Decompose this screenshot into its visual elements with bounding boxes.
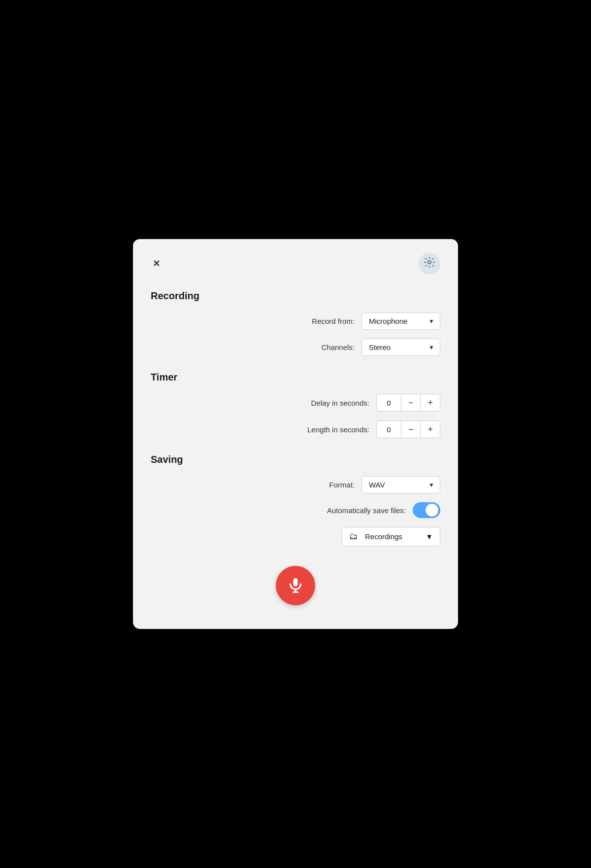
recording-title: Recording (151, 290, 440, 302)
folder-name: Recordings (362, 532, 422, 541)
saving-section: Saving Format: WAV MP3 FLAC OGG ▼ Automa… (151, 454, 440, 546)
auto-save-toggle[interactable] (413, 502, 440, 518)
length-label: Length in seconds: (307, 425, 369, 434)
delay-label: Delay in seconds: (311, 399, 369, 407)
timer-title: Timer (151, 372, 440, 383)
svg-rect-1 (294, 578, 298, 587)
folder-row: 🗂 Recordings ▼ (151, 527, 440, 546)
length-decrement-button[interactable]: − (401, 421, 421, 438)
channels-dropdown-wrapper: Stereo Mono ▼ (361, 339, 440, 356)
length-row: Length in seconds: 0 − + (151, 420, 440, 438)
length-increment-button[interactable]: + (421, 421, 440, 438)
app-window: ✕ Recording Record from: Microphone Syst… (133, 239, 458, 629)
length-value: 0 (377, 421, 401, 438)
record-from-row: Record from: Microphone System Audio Bot… (151, 312, 440, 330)
channels-row: Channels: Stereo Mono ▼ (151, 339, 440, 356)
auto-save-label: Automatically save files: (327, 506, 406, 515)
top-bar: ✕ (151, 253, 440, 275)
record-button[interactable] (276, 566, 315, 605)
recording-section: Recording Record from: Microphone System… (151, 290, 440, 356)
record-from-dropdown-wrapper: Microphone System Audio Both ▼ (361, 312, 440, 330)
delay-decrement-button[interactable]: − (401, 394, 421, 411)
format-row: Format: WAV MP3 FLAC OGG ▼ (151, 476, 440, 493)
auto-save-row: Automatically save files: (151, 502, 440, 518)
channels-select[interactable]: Stereo Mono (361, 339, 440, 356)
timer-section: Timer Delay in seconds: 0 − + Length in … (151, 372, 440, 438)
length-stepper: 0 − + (376, 420, 440, 438)
format-dropdown-wrapper: WAV MP3 FLAC OGG ▼ (361, 476, 440, 493)
delay-stepper: 0 − + (376, 394, 440, 412)
delay-value: 0 (377, 395, 401, 411)
toggle-slider (413, 502, 440, 518)
delay-increment-button[interactable]: + (421, 394, 440, 411)
settings-button[interactable] (419, 253, 440, 275)
format-select[interactable]: WAV MP3 FLAC OGG (361, 476, 440, 493)
close-button[interactable]: ✕ (151, 257, 162, 270)
folder-chevron-icon: ▼ (426, 532, 433, 541)
format-label: Format: (329, 481, 355, 489)
saving-title: Saving (151, 454, 440, 465)
folder-icon: 🗂 (349, 531, 358, 542)
microphone-icon (287, 577, 304, 594)
record-button-container (151, 566, 440, 605)
folder-dropdown[interactable]: 🗂 Recordings ▼ (342, 527, 440, 546)
record-from-label: Record from: (312, 317, 355, 325)
record-from-select[interactable]: Microphone System Audio Both (361, 312, 440, 330)
gear-icon (424, 256, 435, 271)
svg-point-0 (428, 261, 431, 264)
channels-label: Channels: (321, 343, 355, 351)
delay-row: Delay in seconds: 0 − + (151, 394, 440, 412)
